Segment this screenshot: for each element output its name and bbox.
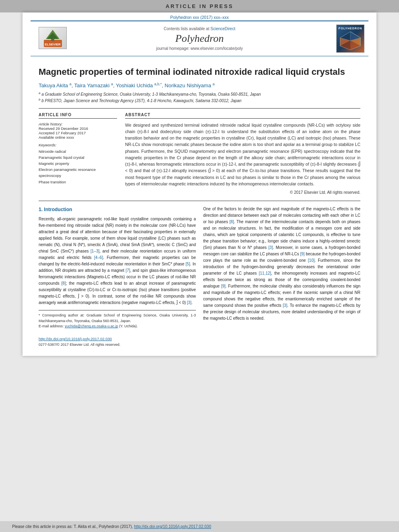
affiliations: a a Graduate School of Engineering Scien… [39,91,360,104]
abstract-text: We designed and synthesized terminal iod… [125,122,360,187]
journal-homepage: journal homepage: www.elsevier.com/locat… [71,46,328,51]
doi-line: Polyhedron xxx (2017) xxx–xxx [23,12,376,21]
abstract-column: ABSTRACT We designed and synthesized ter… [125,113,360,195]
history-item: Article history: Received 29 December 20… [39,122,117,140]
journal-header: ELSEVIER Contents lists available at Sci… [31,21,368,56]
journal-header-right: POLYHEDRON [328,25,364,53]
keyword-2: Paramagnetic liquid crystal [39,154,117,160]
doi-footer: http://dx.doi.org/10.1016/j.poly.2017.02… [39,333,196,348]
abstract-label: ABSTRACT [125,113,360,119]
intro-para-2: One of the factors to decide the sign an… [203,206,360,322]
citation-text: Please cite this article in press as: T.… [12,524,133,529]
article-content: Magnetic properties of terminal iodinate… [23,56,376,356]
affiliation-a: a Graduate School of Engineering Science… [41,92,261,97]
article-title: Magnetic properties of terminal iodinate… [39,66,360,78]
svg-text:ELSEVIER: ELSEVIER [45,43,61,46]
sciencedirect-link[interactable]: ScienceDirect [210,27,235,31]
footnote-corresponding: * Corresponding author at: Graduate Scho… [39,313,196,324]
keyword-3: Magnetic property [39,160,117,166]
keywords-label: Keywords: [39,143,117,147]
svg-rect-4 [51,39,54,41]
rights-text: 0277-5387/© 2017 Elsevier Ltd. All right… [39,342,196,347]
article-in-press-banner: ARTICLE IN PRESS [0,0,399,12]
footnote-area: * Corresponding author at: Graduate Scho… [39,310,196,329]
elsevier-logo: ELSEVIER [35,27,71,51]
contents-label: Contents lists available at [164,27,209,31]
history-label: Article history: [39,122,117,126]
journal-header-center: Contents lists available at ScienceDirec… [71,27,328,51]
accepted-date: Accepted 17 February 2017 [39,131,117,135]
body-col-right: One of the factors to decide the sign an… [203,206,360,347]
received-date: Received 29 December 2016 [39,126,117,131]
affiliation-b: b PRESTO, Japan Science and Technology A… [41,99,241,103]
polyhedron-cover-image: POLYHEDRON [336,25,364,53]
keyword-1: Nitroxide radical [39,148,117,154]
keyword-4: Electron paramagnetic resonance spectros… [39,166,117,179]
keyword-5: Phase transition [39,179,117,185]
intro-para-1: Recently, all-organic paramagnetic rod-l… [39,216,196,306]
cover-label: POLYHEDRON [339,27,362,30]
copyright: © 2017 Elsevier Ltd. All rights reserved… [125,190,360,195]
page: Polyhedron xxx (2017) xxx–xxx ELSEVIER [23,12,376,356]
available-online: Available online xxxx [39,135,117,140]
citation-doi-link[interactable]: http://dx.doi.org/10.1016/j.poly.2017.02… [134,524,211,529]
elsevier-tree-logo: ELSEVIER [39,27,67,49]
email-link[interactable]: yuchida@cheng.es.osaka-u.ac.jp [65,324,118,328]
info-abstract-section: ARTICLE INFO Article history: Received 2… [39,108,360,195]
contents-line: Contents lists available at ScienceDirec… [71,27,328,31]
article-info-label: ARTICLE INFO [39,113,117,119]
doi-link[interactable]: http://dx.doi.org/10.1016/j.poly.2017.02… [39,336,196,342]
footnote-email: E-mail address: yuchida@cheng.es.osaka-u… [39,324,196,329]
journal-title: Polyhedron [71,33,328,45]
body-section: 1. Introduction Recently, all-organic pa… [39,201,360,347]
introduction-heading: 1. Introduction [39,206,196,214]
citation-bar: Please cite this article in press as: T.… [0,521,399,532]
elsevier-logo-area: ELSEVIER [35,27,71,51]
article-info-column: ARTICLE INFO Article history: Received 2… [39,113,117,195]
body-col-left: 1. Introduction Recently, all-organic pa… [39,206,196,347]
authors-line: Takuya Akita a, Taira Yamazaki a, Yoshia… [39,82,360,88]
